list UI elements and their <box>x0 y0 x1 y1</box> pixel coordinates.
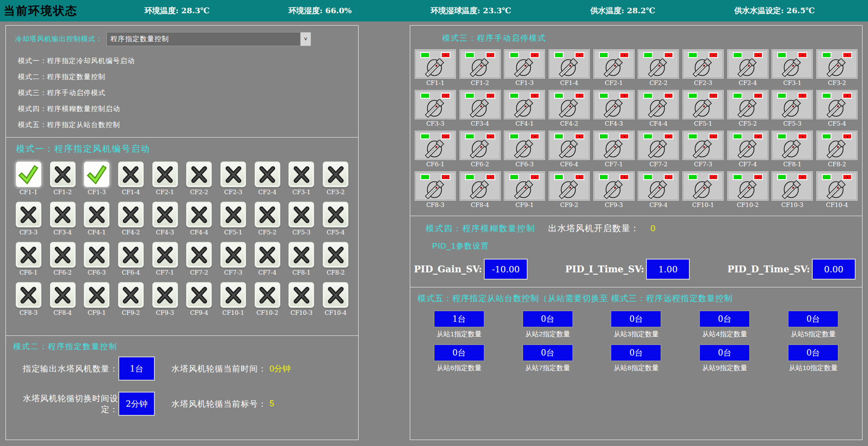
fan-off-button-CF3-1[interactable] <box>288 161 314 187</box>
manual-switch-CF1-3[interactable] <box>504 50 545 78</box>
fan-off-button-CF10-1[interactable] <box>220 282 246 308</box>
fan-off-button-CF10-3[interactable] <box>288 282 314 308</box>
manual-switch-CF9-4[interactable] <box>638 172 678 200</box>
manual-switch-CF5-1[interactable] <box>683 90 723 119</box>
fan-off-button-CF1-2[interactable] <box>50 161 76 187</box>
manual-switch-CF2-2[interactable] <box>638 50 678 78</box>
fan-off-button-CF7-1[interactable] <box>152 242 178 268</box>
fan-off-button-CF1-4[interactable] <box>118 161 144 187</box>
fan-off-button-CF9-4[interactable] <box>186 282 212 308</box>
manual-switch-CF1-1[interactable] <box>415 50 455 78</box>
manual-switch-CF10-1[interactable] <box>683 172 723 200</box>
manual-switch-CF3-4[interactable] <box>460 90 500 119</box>
manual-switch-CF7-3[interactable] <box>683 131 723 159</box>
fan-off-button-CF7-2[interactable] <box>186 242 212 268</box>
rotary-knob-icon <box>691 99 715 117</box>
fan-off-button-CF5-3[interactable] <box>288 202 314 228</box>
fan-off-button-CF3-2[interactable] <box>323 161 349 187</box>
fan-off-button-CF3-3[interactable] <box>16 202 42 228</box>
fan-off-button-CF4-1[interactable] <box>84 202 110 228</box>
manual-switch-CF9-3[interactable] <box>594 172 634 200</box>
fan-off-button-CF6-2[interactable] <box>50 242 76 268</box>
manual-switch-CF6-3[interactable] <box>504 131 545 159</box>
fan-off-button-CF9-1[interactable] <box>84 282 110 308</box>
fan-off-button-CF2-3[interactable] <box>220 161 246 187</box>
manual-switch-CF3-1[interactable] <box>772 50 812 78</box>
slave-station-quantity-input[interactable]: 0台 <box>610 310 662 328</box>
fan-label: CF4-3 <box>156 229 174 236</box>
slave-station-quantity-input[interactable]: 0台 <box>522 344 573 361</box>
manual-switch-CF9-1[interactable] <box>504 172 545 200</box>
pid-param-input[interactable]: 1.00 <box>646 259 690 280</box>
slave-station-quantity-input[interactable]: 0台 <box>434 344 485 361</box>
fan-off-button-CF5-4[interactable] <box>323 202 349 228</box>
fan-off-button-CF3-4[interactable] <box>50 202 76 228</box>
manual-switch-CF4-4[interactable] <box>638 90 678 119</box>
fan-off-button-CF9-3[interactable] <box>152 282 178 308</box>
manual-switch-CF2-4[interactable] <box>728 50 768 78</box>
fan-off-button-CF2-1[interactable] <box>152 161 178 187</box>
manual-switch-CF6-4[interactable] <box>549 131 589 159</box>
fan-off-button-CF8-2[interactable] <box>323 242 349 268</box>
manual-switch-CF5-3[interactable] <box>772 90 812 119</box>
manual-switch-CF8-3[interactable] <box>415 172 455 200</box>
manual-switch-CF7-4[interactable] <box>728 131 768 159</box>
fan-off-button-CF5-2[interactable] <box>254 202 281 228</box>
manual-switch-CF1-2[interactable] <box>460 50 500 78</box>
manual-switch-CF6-1[interactable] <box>415 131 455 159</box>
manual-switch-CF8-4[interactable] <box>460 172 500 200</box>
fan-off-button-CF8-4[interactable] <box>50 282 76 308</box>
fan-on-button-CF1-3[interactable] <box>84 161 110 187</box>
fan-quantity-input[interactable]: 1台 <box>118 356 155 381</box>
fan-off-button-CF6-1[interactable] <box>16 242 42 268</box>
slave-station-quantity-input[interactable]: 0台 <box>788 310 839 328</box>
fan-off-button-CF4-3[interactable] <box>152 202 178 228</box>
fan-off-button-CF7-3[interactable] <box>220 242 246 268</box>
manual-switch-CF4-2[interactable] <box>549 90 589 119</box>
fan-off-button-CF8-3[interactable] <box>16 282 42 308</box>
dropdown-arrow-icon[interactable]: ˅ <box>300 32 311 46</box>
fan-off-button-CF6-3[interactable] <box>84 242 110 268</box>
slave-station-quantity-input[interactable]: 1台 <box>434 310 485 328</box>
manual-switch-CF5-2[interactable] <box>728 90 768 119</box>
output-mode-select[interactable]: 程序指定数量控制 ˅ <box>106 32 311 46</box>
manual-switch-CF4-1[interactable] <box>504 90 545 119</box>
pid-param-input[interactable]: 0.00 <box>812 259 856 280</box>
manual-switch-CF7-2[interactable] <box>638 131 678 159</box>
manual-switch-CF10-2[interactable] <box>728 172 768 200</box>
fan-off-button-CF10-4[interactable] <box>323 282 349 308</box>
fan-off-button-CF2-4[interactable] <box>254 161 281 187</box>
slave-station-quantity-input[interactable]: 0台 <box>788 344 839 361</box>
fan-off-button-CF10-2[interactable] <box>254 282 281 308</box>
pid-param-input[interactable]: -10.00 <box>484 259 528 280</box>
manual-switch-CF6-2[interactable] <box>460 131 500 159</box>
manual-switch-CF3-2[interactable] <box>817 50 857 78</box>
manual-switch-CF10-4[interactable] <box>817 172 857 200</box>
slave-station-quantity-input[interactable]: 0台 <box>699 344 750 361</box>
fan-off-button-CF2-2[interactable] <box>186 161 212 187</box>
fan-item-CF9-4: CF9-4 <box>182 282 216 316</box>
slave-station-quantity-input[interactable]: 0台 <box>699 310 750 328</box>
fan-off-button-CF5-1[interactable] <box>220 202 246 228</box>
manual-switch-CF4-3[interactable] <box>594 90 634 119</box>
manual-switch-CF2-1[interactable] <box>594 50 634 78</box>
fan-off-button-CF7-4[interactable] <box>254 242 281 268</box>
manual-switch-CF2-3[interactable] <box>683 50 723 78</box>
fan-off-button-CF4-4[interactable] <box>186 202 212 228</box>
manual-switch-CF5-4[interactable] <box>817 90 857 119</box>
slave-station-quantity-input[interactable]: 0台 <box>610 344 662 361</box>
fan-off-button-CF9-2[interactable] <box>118 282 144 308</box>
manual-switch-CF7-1[interactable] <box>594 131 634 159</box>
fan-off-button-CF4-2[interactable] <box>118 202 144 228</box>
manual-switch-CF8-1[interactable] <box>772 131 812 159</box>
manual-switch-CF10-3[interactable] <box>772 172 812 200</box>
rotation-switch-time-input[interactable]: 2分钟 <box>118 392 155 416</box>
fan-off-button-CF6-4[interactable] <box>118 242 144 268</box>
manual-switch-CF1-4[interactable] <box>549 50 589 78</box>
manual-switch-CF9-2[interactable] <box>549 172 589 200</box>
fan-off-button-CF8-1[interactable] <box>288 242 314 268</box>
manual-switch-CF8-2[interactable] <box>817 131 857 159</box>
fan-on-button-CF1-1[interactable] <box>16 161 42 187</box>
manual-switch-CF3-3[interactable] <box>415 90 455 119</box>
slave-station-quantity-input[interactable]: 0台 <box>522 310 573 328</box>
